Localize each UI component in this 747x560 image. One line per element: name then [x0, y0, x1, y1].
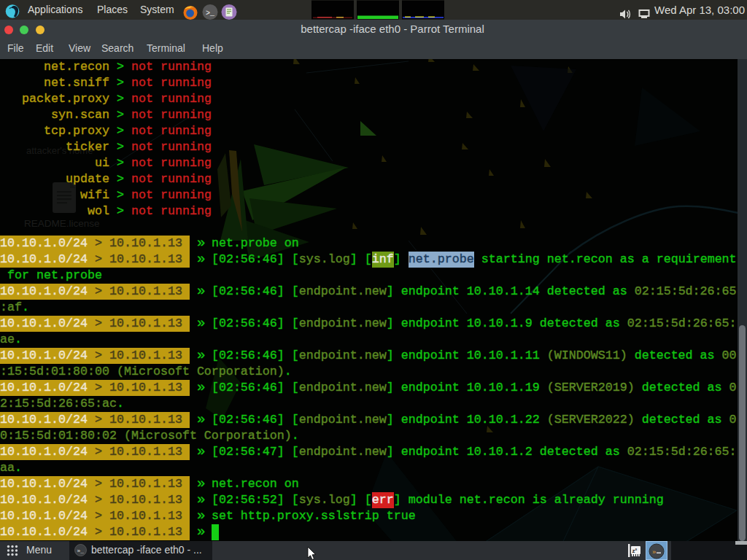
svg-text:>_: >_ — [206, 9, 215, 18]
svg-text:»: » — [652, 549, 656, 556]
svg-text:»_: »_ — [77, 548, 85, 554]
svg-text:z²: z² — [632, 548, 638, 554]
